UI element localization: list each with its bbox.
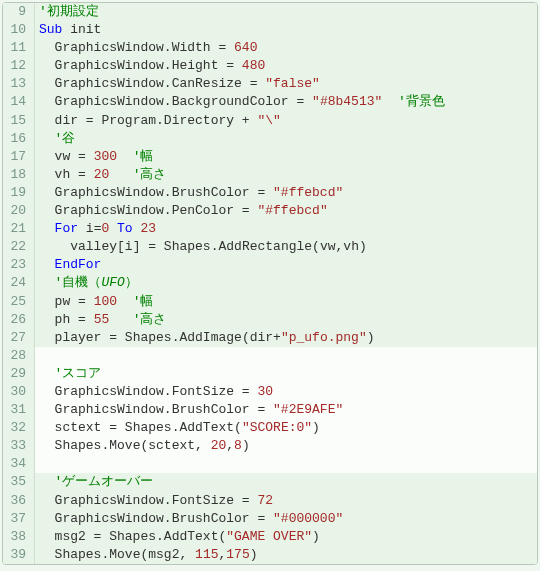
code-content[interactable]: GraphicsWindow.FontSize = 72 <box>35 492 537 510</box>
token-op: . <box>164 402 172 417</box>
code-content[interactable]: vh = 20 '高さ <box>35 166 537 184</box>
code-line[interactable]: 37 GraphicsWindow.BrushColor = "#000000" <box>3 510 537 528</box>
code-content[interactable]: sctext = Shapes.AddText("SCORE:0") <box>35 419 537 437</box>
token-ident: player <box>39 330 101 345</box>
code-content[interactable]: Shapes.Move(sctext, 20,8) <box>35 437 537 455</box>
token-obj: GraphicsWindow <box>39 94 164 109</box>
token-op: = <box>289 94 312 109</box>
code-content[interactable]: GraphicsWindow.FontSize = 30 <box>35 383 537 401</box>
line-number: 28 <box>3 347 35 365</box>
line-number: 32 <box>3 419 35 437</box>
code-line[interactable]: 9'初期設定 <box>3 3 537 21</box>
code-line[interactable]: 34 <box>3 455 537 473</box>
token-op: = <box>234 493 257 508</box>
code-line[interactable]: 39 Shapes.Move(msg2, 115,175) <box>3 546 537 564</box>
code-content[interactable]: dir = Program.Directory + "\" <box>35 112 537 130</box>
code-content[interactable]: valley[i] = Shapes.AddRectangle(vw,vh) <box>35 238 537 256</box>
code-content[interactable]: GraphicsWindow.CanResize = "false" <box>35 75 537 93</box>
code-line[interactable]: 11 GraphicsWindow.Width = 640 <box>3 39 537 57</box>
code-line[interactable]: 28 <box>3 347 537 365</box>
code-content[interactable]: GraphicsWindow.BackgroundColor = "#8b451… <box>35 93 537 111</box>
token-op: . <box>164 76 172 91</box>
code-content[interactable]: '自機（UFO） <box>35 274 537 292</box>
token-op: ( <box>312 239 320 254</box>
code-content[interactable]: 'スコア <box>35 365 537 383</box>
token-op <box>39 456 47 471</box>
code-line[interactable]: 13 GraphicsWindow.CanResize = "false" <box>3 75 537 93</box>
code-content[interactable]: EndFor <box>35 256 537 274</box>
code-line[interactable]: 20 GraphicsWindow.PenColor = "#ffebcd" <box>3 202 537 220</box>
code-line[interactable]: 17 vw = 300 '幅 <box>3 148 537 166</box>
token-op <box>39 348 47 363</box>
token-comment: '高さ <box>133 312 167 327</box>
token-number: 55 <box>94 312 110 327</box>
code-line[interactable]: 38 msg2 = Shapes.AddText("GAME OVER") <box>3 528 537 546</box>
token-op <box>109 221 117 236</box>
code-line[interactable]: 18 vh = 20 '高さ <box>3 166 537 184</box>
code-content[interactable] <box>35 455 537 473</box>
code-line[interactable]: 10Sub init <box>3 21 537 39</box>
code-line[interactable]: 27 player = Shapes.AddImage(dir+"p_ufo.p… <box>3 329 537 347</box>
line-number: 19 <box>3 184 35 202</box>
code-content[interactable]: GraphicsWindow.BrushColor = "#ffebcd" <box>35 184 537 202</box>
code-line[interactable]: 22 valley[i] = Shapes.AddRectangle(vw,vh… <box>3 238 537 256</box>
token-string: "\" <box>257 113 280 128</box>
code-line[interactable]: 12 GraphicsWindow.Height = 480 <box>3 57 537 75</box>
token-comment: ） <box>125 275 138 290</box>
code-content[interactable]: '谷 <box>35 130 537 148</box>
code-line[interactable]: 21 For i=0 To 23 <box>3 220 537 238</box>
code-content[interactable]: vw = 300 '幅 <box>35 148 537 166</box>
code-content[interactable]: GraphicsWindow.Width = 640 <box>35 39 537 57</box>
code-line[interactable]: 23 EndFor <box>3 256 537 274</box>
code-line[interactable]: 30 GraphicsWindow.FontSize = 30 <box>3 383 537 401</box>
code-content[interactable] <box>35 347 537 365</box>
code-content[interactable]: player = Shapes.AddImage(dir+"p_ufo.png"… <box>35 329 537 347</box>
code-line[interactable]: 16 '谷 <box>3 130 537 148</box>
code-line[interactable]: 15 dir = Program.Directory + "\" <box>3 112 537 130</box>
code-content[interactable]: For i=0 To 23 <box>35 220 537 238</box>
token-op: , <box>179 547 195 562</box>
token-obj: GraphicsWindow <box>39 58 164 73</box>
code-line[interactable]: 29 'スコア <box>3 365 537 383</box>
code-line[interactable]: 33 Shapes.Move(sctext, 20,8) <box>3 437 537 455</box>
token-op: = <box>250 402 273 417</box>
code-content[interactable]: 'ゲームオーバー <box>35 473 537 491</box>
code-content[interactable]: GraphicsWindow.Height = 480 <box>35 57 537 75</box>
line-number: 21 <box>3 220 35 238</box>
code-editor[interactable]: 9'初期設定10Sub init11 GraphicsWindow.Width … <box>2 2 538 565</box>
code-content[interactable]: Shapes.Move(msg2, 115,175) <box>35 546 537 564</box>
code-content[interactable]: Sub init <box>35 21 537 39</box>
token-obj: Shapes <box>125 420 172 435</box>
token-comment: '幅 <box>133 294 154 309</box>
token-op: . <box>156 529 164 544</box>
token-op: = <box>234 384 257 399</box>
token-comment: 'ゲームオーバー <box>55 474 154 489</box>
code-line[interactable]: 36 GraphicsWindow.FontSize = 72 <box>3 492 537 510</box>
line-number: 39 <box>3 546 35 564</box>
token-op <box>109 312 132 327</box>
token-obj: Shapes <box>39 547 101 562</box>
code-line[interactable]: 24 '自機（UFO） <box>3 274 537 292</box>
code-line[interactable]: 25 pw = 100 '幅 <box>3 293 537 311</box>
code-line[interactable]: 32 sctext = Shapes.AddText("SCORE:0") <box>3 419 537 437</box>
line-number: 38 <box>3 528 35 546</box>
code-line[interactable]: 19 GraphicsWindow.BrushColor = "#ffebcd" <box>3 184 537 202</box>
code-line[interactable]: 26 ph = 55 '高さ <box>3 311 537 329</box>
code-content[interactable]: pw = 100 '幅 <box>35 293 537 311</box>
code-content[interactable]: msg2 = Shapes.AddText("GAME OVER") <box>35 528 537 546</box>
token-obj: Program <box>101 113 156 128</box>
code-line[interactable]: 35 'ゲームオーバー <box>3 473 537 491</box>
code-content[interactable]: GraphicsWindow.PenColor = "#ffebcd" <box>35 202 537 220</box>
token-obj: Shapes <box>164 239 211 254</box>
code-line[interactable]: 31 GraphicsWindow.BrushColor = "#2E9AFE" <box>3 401 537 419</box>
code-line[interactable]: 14 GraphicsWindow.BackgroundColor = "#8b… <box>3 93 537 111</box>
code-content[interactable]: GraphicsWindow.BrushColor = "#000000" <box>35 510 537 528</box>
token-op <box>39 221 55 236</box>
token-ident: dir <box>250 330 273 345</box>
code-content[interactable]: GraphicsWindow.BrushColor = "#2E9AFE" <box>35 401 537 419</box>
token-string: "SCORE:0" <box>242 420 312 435</box>
code-content[interactable]: '初期設定 <box>35 3 537 21</box>
code-content[interactable]: ph = 55 '高さ <box>35 311 537 329</box>
token-ident: Directory <box>164 113 234 128</box>
token-string: "#ffebcd" <box>273 185 343 200</box>
